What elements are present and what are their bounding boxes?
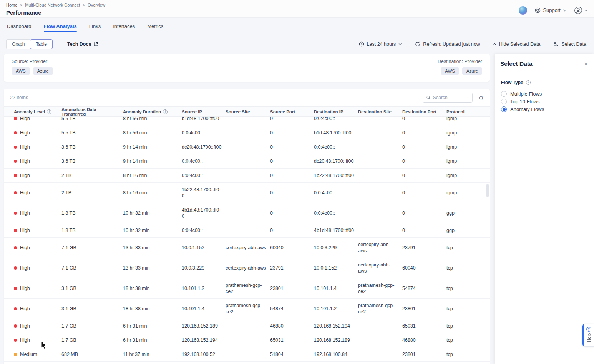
flow-type-option-label: Top 10 Flows [510, 99, 540, 104]
close-icon[interactable]: × [584, 61, 588, 67]
breadcrumb-item[interactable]: Overview [88, 3, 105, 7]
radio-button[interactable] [501, 99, 507, 104]
refresh-button[interactable]: Refresh: Updated just now [415, 41, 480, 47]
destination-site-cell [358, 189, 402, 197]
tab-links[interactable]: Links [89, 18, 101, 35]
destination-ip-cell: 10.0.3.229 [314, 241, 358, 255]
destination-port-cell: 65031 [402, 319, 446, 333]
table-row[interactable]: High1.7 GB6 hr 31 min120.168.152.1946503… [4, 333, 490, 347]
source-site-cell [226, 189, 270, 197]
help-tab[interactable]: ? Help [582, 324, 594, 347]
provider-chip-azure[interactable]: Azure [33, 67, 53, 75]
provider-chip-azure[interactable]: Azure [462, 67, 482, 75]
anomaly-level-dot [14, 339, 17, 342]
column-header-label: Anomalous Data Transferred [61, 107, 120, 116]
column-header: Destination Site [358, 109, 402, 114]
flow-type-option-top-10-flows[interactable]: Top 10 Flows [501, 99, 588, 104]
page-title: Performance [6, 9, 105, 16]
destination-port-cell: 60040 [402, 261, 446, 275]
table-row[interactable]: High1.7 GB6 hr 31 min120.168.152.1894688… [4, 319, 490, 333]
radio-button[interactable] [501, 106, 507, 112]
anomaly-level-text: High [20, 285, 30, 291]
destination-site-cell [358, 351, 402, 358]
destination-ip-cell: 4b1d:48:1700::ff00 [314, 223, 358, 237]
protocol-cell: tcp [446, 261, 490, 275]
destination-ip-cell: 1b22:48:1700::ff00 [314, 169, 358, 182]
table-row[interactable]: High7.1 GB13 hr 33 min10.0.3.229certexpi… [4, 258, 490, 278]
info-icon: i [526, 80, 531, 85]
column-settings-gear-icon[interactable]: ⚙ [479, 95, 484, 101]
table-row[interactable]: High3.1 GB18 hr 38 min10.101.1.2prathame… [4, 278, 490, 299]
search-input[interactable] [433, 95, 469, 100]
anomaly-level-cell: High [14, 140, 61, 154]
destination-ip-cell: 0:0:4c00:: [314, 140, 358, 154]
anomaly-level-cell: High [14, 154, 61, 168]
protocol-cell: tcp [446, 319, 490, 333]
hide-selected-data-button[interactable]: Hide Selected Data [493, 41, 541, 47]
time-range-selector[interactable]: Last 24 hours [359, 41, 402, 47]
destination-site-cell [358, 322, 402, 330]
provider-chip-aws[interactable]: AWS [12, 67, 30, 75]
tab-metrics[interactable]: Metrics [147, 18, 163, 35]
table-scrollbar[interactable] [486, 184, 489, 197]
destination-ip-cell: 0:0:4c00:: [314, 117, 358, 126]
source-ip-cell: 192.168.100.84 [182, 362, 226, 364]
table-view-button[interactable]: Table [30, 39, 53, 49]
table-row[interactable]: High1.8 TB10 hr 32 min0:0:4c00::04b1d:48… [4, 223, 490, 238]
radio-button[interactable] [501, 91, 507, 97]
duration-cell: 9 hr 14 min [123, 154, 182, 168]
support-menu[interactable]: Support [535, 7, 566, 13]
chevron-up-icon [493, 43, 496, 45]
anomaly-level-dot [14, 117, 17, 120]
tab-interfaces[interactable]: Interfaces [113, 18, 135, 35]
source-port-cell: 23801 [270, 281, 314, 295]
anomaly-level-cell: High [14, 319, 61, 333]
table-row[interactable]: High7.1 GB13 hr 33 min10.0.1.152certexpi… [4, 238, 490, 258]
table-row[interactable]: High5.5 TB8 hr 56 minb1d:48:1700::ff0000… [4, 117, 490, 126]
source-port-cell: 0 [270, 223, 314, 237]
view-toggle: Graph Table [6, 39, 53, 49]
table-row[interactable]: High3.6 TB9 hr 14 min0:0:4c00::0dc20:48:… [4, 154, 490, 169]
table-row[interactable]: Medium682 MB11 hr 37 min192.168.100.5251… [4, 347, 490, 362]
source-port-cell: 46880 [270, 319, 314, 333]
table-row[interactable]: High2 TB8 hr 16 min1b22:48:1700::ff0000:… [4, 183, 490, 203]
tab-dashboard[interactable]: Dashboard [7, 18, 32, 35]
select-data-button[interactable]: Select Data [553, 41, 586, 47]
selected-data-summary: Source: Provider AWSAzure Destination: P… [4, 54, 490, 82]
destination-provider-label: Destination: Provider [438, 59, 482, 64]
breadcrumb-item[interactable]: Multi-Cloud Network Connect [25, 3, 80, 7]
table-row[interactable]: High3.1 GB18 hr 38 min10.101.1.4prathame… [4, 299, 490, 319]
column-header: Anomalous Data Transferred [61, 107, 123, 116]
user-menu[interactable] [574, 6, 588, 15]
breadcrumb-item[interactable]: Home [6, 3, 17, 7]
column-header-label: Source Site [226, 109, 250, 114]
support-label: Support [543, 7, 561, 13]
table-row[interactable]: High1.8 TB10 hr 32 min4b1d:48:1700::ff00… [4, 203, 490, 223]
tab-flow-analysis[interactable]: Flow Analysis [44, 18, 77, 35]
destination-site-cell [358, 157, 402, 165]
table-row[interactable]: Medium682 MB11 hr 37 min192.168.100.8423… [4, 362, 490, 364]
flow-type-option-multiple-flows[interactable]: Multiple Flows [501, 91, 588, 97]
table-row[interactable]: High5.5 TB8 hr 56 min0:0:4c00::0b1d:48:1… [4, 126, 490, 140]
source-port-cell: 60040 [270, 241, 314, 255]
protocol-cell: tcp [446, 281, 490, 295]
anomaly-level-dot [14, 212, 17, 215]
table-row[interactable]: High3.6 TB9 hr 14 mindc20:48:1700::ff000… [4, 140, 490, 154]
protocol-cell: tcp [446, 241, 490, 255]
provider-chip-aws[interactable]: AWS [441, 67, 459, 75]
tech-docs-link[interactable]: Tech Docs [67, 41, 98, 47]
anomaly-level-text: High [20, 306, 30, 312]
source-site-cell [226, 172, 270, 179]
table-row[interactable]: High2 TB8 hr 16 min0:0:4c00::01b22:48:17… [4, 169, 490, 183]
source-port-cell: 0 [270, 186, 314, 200]
graph-view-button[interactable]: Graph [6, 39, 30, 49]
flow-type-option-anomaly-flows[interactable]: Anomaly Flows [501, 106, 588, 112]
protocol-cell: igmp [446, 126, 490, 140]
data-transferred-cell: 7.1 GB [61, 241, 123, 255]
source-ip-cell: 10.101.1.2 [182, 281, 226, 295]
data-transferred-cell: 5.5 TB [61, 126, 123, 140]
destination-port-cell: 0 [402, 126, 446, 140]
duration-cell: 18 hr 38 min [123, 281, 182, 295]
refresh-label: Refresh: Updated just now [423, 41, 480, 47]
source-site-cell [226, 129, 270, 137]
